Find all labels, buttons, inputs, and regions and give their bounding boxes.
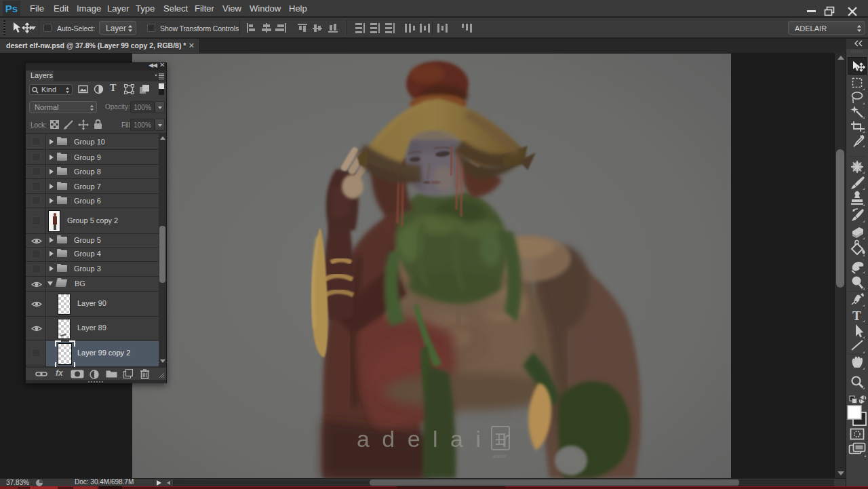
svg-text:r: r: [502, 426, 509, 452]
svg-text:T: T: [852, 309, 861, 323]
svg-text:adelair: adelair: [492, 454, 507, 458]
svg-text:a d e l a i: a d e l a i: [357, 426, 484, 452]
